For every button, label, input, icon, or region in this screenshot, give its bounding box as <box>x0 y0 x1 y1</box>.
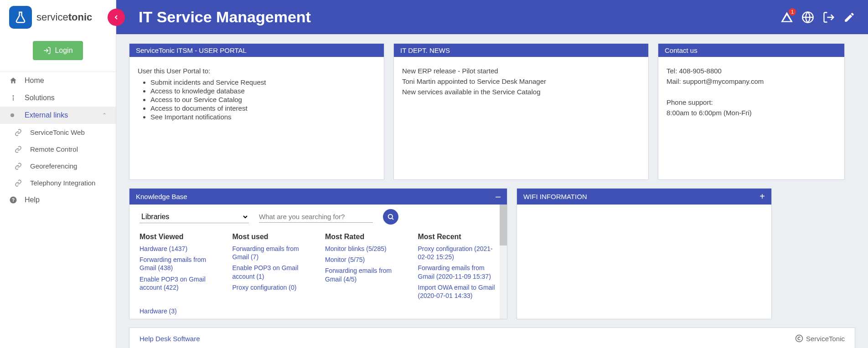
card-news-header: IT DEPT. NEWS <box>394 44 648 57</box>
nav-remote-control[interactable]: Remote Control <box>0 141 116 158</box>
portal-list: Submit incidents and Service Request Acc… <box>138 78 376 121</box>
svg-line-10 <box>392 218 393 220</box>
kb-link[interactable]: Forwarding emails from Gmail (4/5) <box>325 266 404 283</box>
nav-georeferencing[interactable]: Georeferencing <box>0 158 116 174</box>
contact-phone-hours: 8:00am to 6:00pm (Mon-Fri) <box>666 109 836 117</box>
main: IT Service Management 1 <box>116 0 868 348</box>
kb-link[interactable]: Forwarding emails from Gmail (2020-11-09… <box>418 264 497 280</box>
kb-link[interactable]: Enable POP3 on Gmail account (1) <box>232 264 312 280</box>
kb-scroll-thumb[interactable] <box>500 205 507 246</box>
kb-col-heading: Most Rated <box>325 233 404 241</box>
card-user-portal-body: User this User Portal to: Submit inciden… <box>129 57 384 179</box>
collapse-card-button[interactable]: – <box>496 191 501 202</box>
card-wifi-title: WIFI INFORMATION <box>523 193 587 200</box>
contact-mail: Mail: support@mycompany.com <box>666 77 836 85</box>
nav-home[interactable]: Home <box>0 72 116 89</box>
svg-point-0 <box>13 95 14 97</box>
svg-point-9 <box>388 215 393 219</box>
kb-col-most-used: Most used Forwarding emails from Gmail (… <box>232 233 312 302</box>
contact-tel: Tel: 408-905-8800 <box>666 67 836 75</box>
link-icon <box>15 163 24 170</box>
login-label: Login <box>55 46 72 55</box>
pencil-icon <box>843 11 855 23</box>
kb-col-most-viewed: Most Viewed Hardware (1437) Forwarding e… <box>140 233 219 302</box>
nav-help[interactable]: ? Help <box>0 191 116 209</box>
nav-external-links-label: External links <box>25 111 68 119</box>
kb-link[interactable]: Enable POP3 on Gmail account (422) <box>140 275 219 292</box>
brand-logo <box>9 6 32 29</box>
kb-scrollbar[interactable] <box>500 205 507 319</box>
news-item: New ERP release - Pilot started <box>402 67 640 75</box>
nav-georeferencing-label: Georeferencing <box>30 162 77 170</box>
portal-intro: User this User Portal to: <box>138 67 376 75</box>
card-kb-header: Knowledge Base – <box>129 189 507 205</box>
nav: Home Solutions External links ⌃ ServiceT… <box>0 72 116 209</box>
nav-home-label: Home <box>25 77 44 85</box>
row-2: Knowledge Base – Libraries <box>129 188 855 319</box>
login-button[interactable]: Login <box>33 41 83 60</box>
kb-link[interactable]: Proxy configuration (2021-02-02 15:25) <box>418 245 497 261</box>
kb-library-select[interactable]: Libraries <box>140 210 249 223</box>
alerts-button[interactable]: 1 <box>780 11 793 24</box>
edit-button[interactable] <box>843 11 855 23</box>
kb-search-button[interactable] <box>383 209 398 225</box>
kb-footer: Hardware (3) <box>129 307 507 319</box>
kb-link[interactable]: Forwarding emails from Gmail (438) <box>140 256 219 272</box>
footer-link[interactable]: Help Desk Software <box>140 335 200 343</box>
exit-icon <box>822 11 835 24</box>
logout-button[interactable] <box>822 11 835 24</box>
card-knowledge-base: Knowledge Base – Libraries <box>129 188 507 319</box>
collapse-sidebar-button[interactable] <box>108 9 125 26</box>
footer-credit-text: ServiceTonic <box>806 335 845 343</box>
nav-external-sub: ServiceTonic Web Remote Control Georefer… <box>0 124 116 191</box>
nav-servicetonic-web-label: ServiceTonic Web <box>30 128 85 136</box>
card-news: IT DEPT. NEWS New ERP release - Pilot st… <box>393 43 649 180</box>
nav-telephony-label: Telephony Integration <box>30 179 95 187</box>
nav-external-links[interactable]: External links ⌃ <box>0 107 116 124</box>
svg-rect-6 <box>786 19 787 20</box>
nav-remote-control-label: Remote Control <box>30 145 78 153</box>
dot-icon <box>9 112 18 118</box>
topbar: IT Service Management 1 <box>116 0 868 34</box>
language-button[interactable] <box>801 11 814 24</box>
kb-search-input[interactable] <box>259 211 373 223</box>
kb-link[interactable]: Monitor (5/75) <box>325 256 404 264</box>
card-contact: Contact us Tel: 408-905-8800 Mail: suppo… <box>658 43 845 180</box>
portal-item: Access to knowledge database <box>150 87 376 95</box>
flask-icon <box>14 10 27 24</box>
globe-icon <box>801 11 814 24</box>
copyright-icon <box>795 334 803 343</box>
info-icon <box>9 94 18 102</box>
expand-card-button[interactable]: + <box>760 191 765 202</box>
card-news-body: New ERP release - Pilot started Toni Mar… <box>394 57 648 179</box>
card-kb-title: Knowledge Base <box>136 193 187 200</box>
kb-link[interactable]: Proxy configuration (0) <box>232 283 312 292</box>
news-item: Toni Martin appointed to Service Desk Ma… <box>402 77 640 85</box>
nav-solutions[interactable]: Solutions <box>0 89 116 107</box>
card-wifi: WIFI INFORMATION + <box>517 188 772 319</box>
topbar-actions: 1 <box>780 11 855 24</box>
kb-link[interactable]: Import OWA email to Gmail (2020-07-01 14… <box>418 283 497 300</box>
svg-rect-1 <box>13 97 14 101</box>
sidebar: servicetonic Login Home Solutions Extern… <box>0 0 116 348</box>
kb-link[interactable]: Monitor blinks (5/285) <box>325 245 404 253</box>
svg-text:?: ? <box>12 197 15 203</box>
page-title: IT Service Management <box>139 8 311 26</box>
card-user-portal: ServiceTonic ITSM - USER PORTAL User thi… <box>129 43 384 180</box>
portal-item: Access to documents of interest <box>150 104 376 112</box>
nav-help-label: Help <box>25 196 40 204</box>
brand-name: servicetonic <box>36 11 92 23</box>
row-1: ServiceTonic ITSM - USER PORTAL User thi… <box>129 43 855 180</box>
nav-telephony[interactable]: Telephony Integration <box>0 174 116 191</box>
chevron-up-icon: ⌃ <box>102 112 107 118</box>
nav-servicetonic-web[interactable]: ServiceTonic Web <box>0 124 116 141</box>
login-icon <box>43 46 51 55</box>
kb-link[interactable]: Hardware (1437) <box>140 245 219 253</box>
kb-link[interactable]: Forwarding emails from Gmail (7) <box>232 245 312 261</box>
svg-point-11 <box>796 335 802 342</box>
link-icon <box>15 129 24 136</box>
link-icon <box>15 179 24 187</box>
news-item: New services available in the Service Ca… <box>402 88 640 96</box>
brand: servicetonic <box>0 0 116 34</box>
kb-link[interactable]: Hardware (3) <box>140 307 177 315</box>
